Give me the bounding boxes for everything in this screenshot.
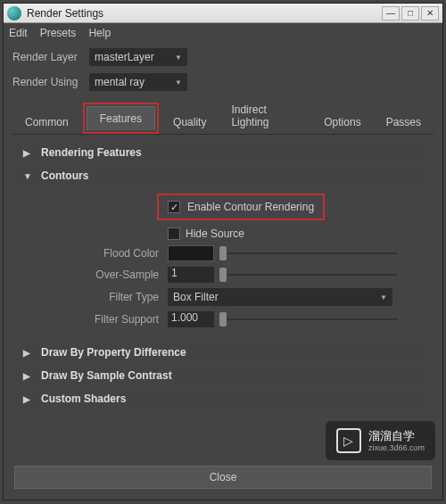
watermark-sub: zixue.3d66.com <box>368 443 425 452</box>
filter-type-dropdown[interactable]: Box Filter ▼ <box>168 288 392 306</box>
tab-features[interactable]: Features <box>87 106 155 130</box>
section-draw-by-sample[interactable]: ▶ Draw By Sample Contrast <box>16 365 430 386</box>
over-sample-slider[interactable] <box>219 267 398 283</box>
tab-options[interactable]: Options <box>311 111 373 134</box>
filter-type-label: Filter Type <box>23 291 168 303</box>
tabs: Common Features Quality Indirect Lightin… <box>12 98 434 135</box>
menu-edit[interactable]: Edit <box>9 27 28 39</box>
filter-support-field[interactable]: 1.000 <box>168 311 214 327</box>
menu-presets[interactable]: Presets <box>40 27 77 39</box>
enable-contour-label: Enable Contour Rendering <box>187 201 314 213</box>
filter-support-label: Filter Support <box>23 313 168 326</box>
tab-passes[interactable]: Passes <box>374 111 434 134</box>
section-custom-shaders[interactable]: ▶ Custom Shaders <box>16 388 430 409</box>
flood-color-label: Flood Color <box>23 247 168 260</box>
maximize-button[interactable]: □ <box>401 6 419 21</box>
triangle-right-icon: ▶ <box>23 394 32 404</box>
window-title: Render Settings <box>27 7 382 20</box>
over-sample-label: Over-Sample <box>23 269 168 281</box>
chevron-down-icon: ▼ <box>175 54 182 62</box>
hide-source-checkbox[interactable] <box>168 227 180 240</box>
tab-quality[interactable]: Quality <box>161 111 219 134</box>
render-settings-window: Render Settings — □ ✕ Edit Presets Help … <box>3 3 443 500</box>
render-using-label: Render Using <box>12 76 84 88</box>
hide-source-label: Hide Source <box>186 227 244 240</box>
chevron-down-icon: ▼ <box>175 78 182 87</box>
titlebar[interactable]: Render Settings — □ ✕ <box>4 4 442 23</box>
tab-common[interactable]: Common <box>12 111 81 134</box>
tab-indirect-lighting[interactable]: Indirect Lighting <box>219 98 311 134</box>
triangle-down-icon: ▼ <box>23 171 32 181</box>
highlight-features-tab: Features <box>83 103 159 134</box>
close-window-button[interactable]: ✕ <box>421 6 439 21</box>
section-rendering-features[interactable]: ▶ Rendering Features <box>16 142 430 163</box>
flood-color-slider[interactable] <box>219 245 398 261</box>
enable-contour-checkbox[interactable]: ✓ <box>168 201 180 213</box>
app-icon <box>7 6 21 21</box>
section-contours[interactable]: ▼ Contours <box>16 165 430 186</box>
play-icon: ▷ <box>336 428 361 453</box>
triangle-right-icon: ▶ <box>23 371 32 381</box>
filter-support-slider[interactable] <box>219 311 398 327</box>
watermark-text: 溜溜自学 <box>368 429 425 443</box>
triangle-right-icon: ▶ <box>23 148 32 158</box>
render-layer-dropdown[interactable]: masterLayer ▼ <box>89 48 187 66</box>
close-button[interactable]: Close <box>14 466 432 489</box>
watermark: ▷ 溜溜自学 zixue.3d66.com <box>326 421 435 460</box>
menu-help[interactable]: Help <box>88 27 111 39</box>
minimize-button[interactable]: — <box>382 6 400 21</box>
contours-body: ✓ Enable Contour Rendering Hide Source F… <box>16 188 430 342</box>
triangle-right-icon: ▶ <box>23 348 32 358</box>
render-layer-label: Render Layer <box>12 51 84 63</box>
chevron-down-icon: ▼ <box>380 293 387 302</box>
highlight-enable-contour: ✓ Enable Contour Rendering <box>157 194 325 220</box>
section-draw-by-property[interactable]: ▶ Draw By Property Difference <box>16 342 430 363</box>
menubar: Edit Presets Help <box>4 23 442 43</box>
flood-color-swatch[interactable] <box>168 245 214 261</box>
over-sample-field[interactable]: 1 <box>168 267 214 283</box>
render-using-dropdown[interactable]: mental ray ▼ <box>89 73 187 91</box>
